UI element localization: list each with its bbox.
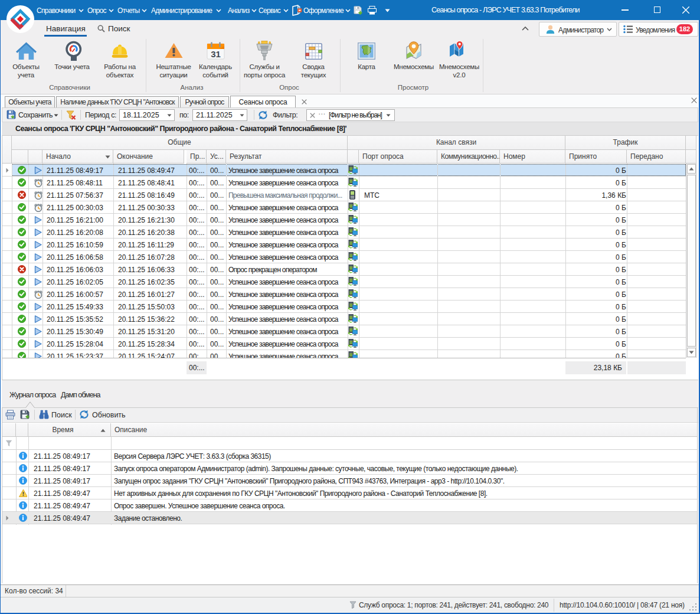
svg-text:31: 31 xyxy=(211,49,221,59)
